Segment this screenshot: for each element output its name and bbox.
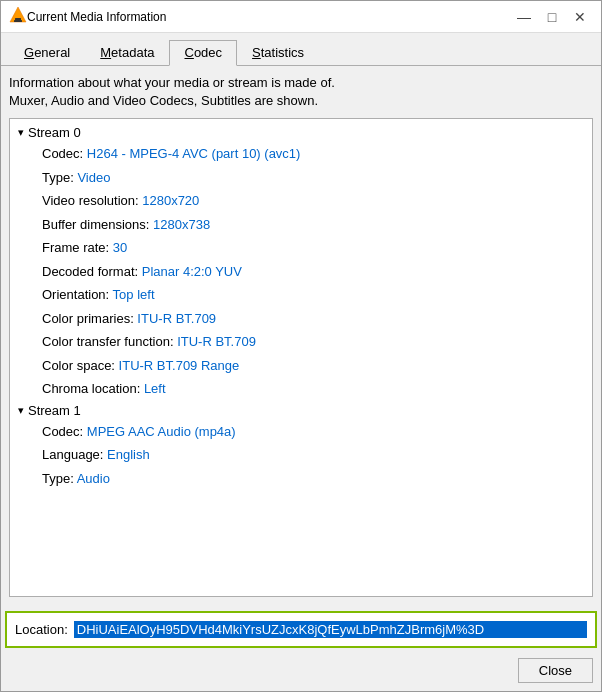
list-item: Orientation: Top left bbox=[38, 283, 592, 307]
tabs-bar: General Metadata Codec Statistics bbox=[1, 33, 601, 66]
title-bar: Current Media Information — □ ✕ bbox=[1, 1, 601, 33]
list-item: Type: Video bbox=[38, 166, 592, 190]
content-area: Information about what your media or str… bbox=[1, 66, 601, 605]
bottom-bar: Close bbox=[1, 652, 601, 691]
list-item: Color space: ITU-R BT.709 Range bbox=[38, 354, 592, 378]
stream-0-label: Stream 0 bbox=[28, 125, 81, 140]
list-item: Codec: MPEG AAC Audio (mp4a) bbox=[38, 420, 592, 444]
stream-1-arrow: ▾ bbox=[18, 404, 24, 417]
list-item: Chroma location: Left bbox=[38, 377, 592, 401]
description-line1: Information about what your media or str… bbox=[9, 74, 593, 92]
main-window: Current Media Information — □ ✕ General … bbox=[0, 0, 602, 692]
stream-1-item: ▾ Stream 1 Codec: MPEG AAC Audio (mp4a) … bbox=[14, 401, 592, 491]
window-title: Current Media Information bbox=[27, 10, 511, 24]
list-item: Type: Audio bbox=[38, 467, 592, 491]
tree-scroll[interactable]: ▾ Stream 0 Codec: H264 - MPEG-4 AVC (par… bbox=[10, 119, 592, 596]
location-label: Location: bbox=[15, 622, 68, 637]
list-item: Color transfer function: ITU-R BT.709 bbox=[38, 330, 592, 354]
tab-metadata[interactable]: Metadata bbox=[85, 40, 169, 66]
stream-0-children: Codec: H264 - MPEG-4 AVC (part 10) (avc1… bbox=[38, 142, 592, 401]
stream-1-children: Codec: MPEG AAC Audio (mp4a) Language: E… bbox=[38, 420, 592, 491]
stream-0-header[interactable]: ▾ Stream 0 bbox=[14, 123, 592, 142]
list-item: Language: English bbox=[38, 443, 592, 467]
list-item: Frame rate: 30 bbox=[38, 236, 592, 260]
tab-codec[interactable]: Codec bbox=[169, 40, 237, 66]
stream-1-label: Stream 1 bbox=[28, 403, 81, 418]
list-item: Video resolution: 1280x720 bbox=[38, 189, 592, 213]
tab-statistics[interactable]: Statistics bbox=[237, 40, 319, 66]
description-line2: Muxer, Audio and Video Codecs, Subtitles… bbox=[9, 92, 593, 110]
tree-container: ▾ Stream 0 Codec: H264 - MPEG-4 AVC (par… bbox=[9, 118, 593, 597]
list-item: Color primaries: ITU-R BT.709 bbox=[38, 307, 592, 331]
stream-0-arrow: ▾ bbox=[18, 126, 24, 139]
location-value[interactable]: DHiUAiEAlOyH95DVHd4MkiYrsUZJcxK8jQfEywLb… bbox=[74, 621, 587, 638]
svg-rect-2 bbox=[14, 20, 22, 22]
list-item: Buffer dimensions: 1280x738 bbox=[38, 213, 592, 237]
stream-0-item: ▾ Stream 0 Codec: H264 - MPEG-4 AVC (par… bbox=[14, 123, 592, 401]
tab-general[interactable]: General bbox=[9, 40, 85, 66]
list-item: Decoded format: Planar 4:2:0 YUV bbox=[38, 260, 592, 284]
location-bar: Location: DHiUAiEAlOyH95DVHd4MkiYrsUZJcx… bbox=[5, 611, 597, 648]
stream-1-header[interactable]: ▾ Stream 1 bbox=[14, 401, 592, 420]
vlc-icon bbox=[9, 6, 27, 27]
window-close-button[interactable]: ✕ bbox=[567, 6, 593, 28]
window-controls: — □ ✕ bbox=[511, 6, 593, 28]
list-item: Codec: H264 - MPEG-4 AVC (part 10) (avc1… bbox=[38, 142, 592, 166]
svg-rect-1 bbox=[15, 18, 21, 20]
description: Information about what your media or str… bbox=[9, 74, 593, 110]
minimize-button[interactable]: — bbox=[511, 6, 537, 28]
close-button[interactable]: Close bbox=[518, 658, 593, 683]
maximize-button[interactable]: □ bbox=[539, 6, 565, 28]
